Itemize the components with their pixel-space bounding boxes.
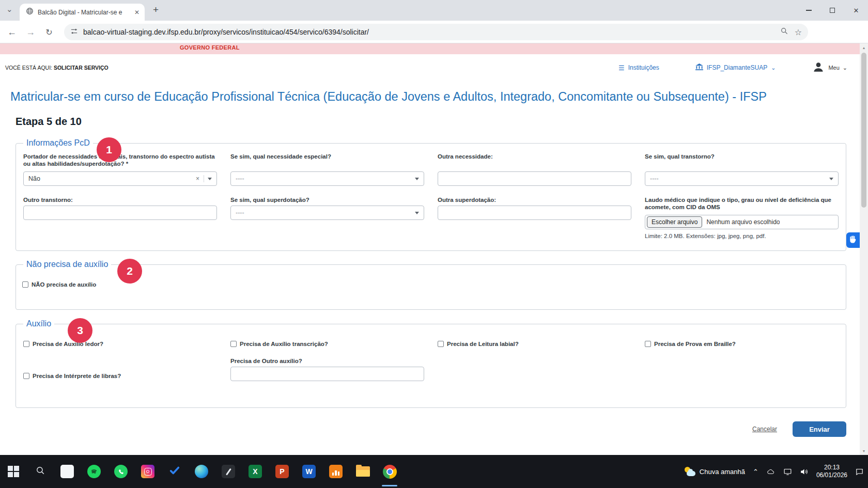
form-actions: Cancelar Enviar bbox=[752, 421, 846, 437]
taskbar-chrome-button[interactable] bbox=[376, 455, 403, 488]
window-maximize-button[interactable] bbox=[820, 0, 844, 21]
taskbar-instagram-button[interactable] bbox=[134, 455, 161, 488]
outro-auxilio-input[interactable] bbox=[230, 367, 424, 381]
checkbox-input[interactable] bbox=[23, 373, 29, 379]
field-label: Outro transtorno: bbox=[23, 196, 217, 203]
taskbar-check-app-button[interactable] bbox=[161, 455, 188, 488]
window-controls: ✕ bbox=[797, 0, 868, 21]
tab-search-chevron-icon[interactable]: ⌄ bbox=[6, 5, 13, 14]
outra-superdotacao-input[interactable] bbox=[438, 206, 631, 220]
choose-file-button[interactable]: Escolher arquivo bbox=[647, 216, 702, 228]
tray-cloud-icon[interactable] bbox=[766, 468, 776, 476]
browser-toolbar: ← → ↻ balcao-virtual-staging.dev.ifsp.ed… bbox=[0, 21, 868, 43]
annotation-badge-2: 2 bbox=[117, 259, 142, 284]
clock-time: 20:13 bbox=[816, 464, 847, 471]
taskbar-orange-app-button[interactable] bbox=[322, 455, 349, 488]
taskbar-tray: Chuva amanhã ⌃ 20:13 06/01/2026 bbox=[684, 455, 868, 488]
necessidade-select[interactable]: ---- bbox=[230, 171, 424, 186]
field-outro-transtorno: Outro transtorno: bbox=[23, 196, 217, 239]
back-button[interactable]: ← bbox=[4, 21, 20, 43]
scroll-down-arrow[interactable]: ▼ bbox=[860, 447, 868, 455]
taskbar-app-grid-button[interactable] bbox=[54, 455, 81, 488]
tab-close-icon[interactable]: ✕ bbox=[133, 9, 141, 16]
checkbox-label: Precisa de Leitura labial? bbox=[447, 341, 519, 347]
checkbox-input[interactable] bbox=[645, 341, 651, 347]
bookmark-star-icon[interactable]: ☆ bbox=[795, 27, 802, 37]
site-settings-icon[interactable] bbox=[70, 27, 78, 37]
nav-instituicoes[interactable]: ☰ Instituições bbox=[618, 64, 659, 72]
checkbox-input[interactable] bbox=[438, 341, 444, 347]
checkbox-label: Precisa de Prova em Braille? bbox=[654, 341, 736, 347]
laudo-file-input[interactable]: Escolher arquivo Nenhum arquivo escolhid… bbox=[645, 215, 839, 229]
section-auxilio: Auxílio 3 Precisa de Auxílio ledor? Prec… bbox=[16, 319, 846, 408]
new-tab-button[interactable]: + bbox=[153, 4, 159, 15]
taskbar-weather-button[interactable]: Chuva amanhã bbox=[684, 467, 745, 476]
action-center-icon[interactable] bbox=[855, 467, 864, 476]
page-scrollbar[interactable]: ▲ ▼ bbox=[860, 43, 868, 455]
forward-button[interactable]: → bbox=[23, 21, 38, 43]
field-label: Precisa de Outro auxílio? bbox=[230, 357, 424, 365]
nao-precisa-auxilio-checkbox[interactable]: NÃO precisa de auxílio bbox=[22, 281, 840, 288]
whatsapp-icon bbox=[114, 465, 128, 478]
taskbar-edge-button[interactable] bbox=[188, 455, 215, 488]
taskbar-word-button[interactable]: W bbox=[296, 455, 322, 488]
step-indicator: Etapa 5 de 10 bbox=[16, 116, 82, 128]
clear-selection-icon[interactable]: × bbox=[196, 175, 199, 182]
superdotacao-select[interactable]: ---- bbox=[230, 206, 424, 220]
outro-transtorno-input[interactable] bbox=[23, 206, 217, 220]
browser-tab[interactable]: Balcão Digital - Matricular-se e ✕ bbox=[20, 4, 145, 21]
leitura-labial-checkbox[interactable]: Precisa de Leitura labial? bbox=[438, 341, 631, 347]
reload-button[interactable]: ↻ bbox=[41, 21, 57, 43]
zoom-indicator-icon[interactable] bbox=[780, 27, 788, 37]
interprete-libras-checkbox[interactable]: Precisa de Intérprete de libras? bbox=[23, 371, 217, 381]
address-bar[interactable]: balcao-virtual-staging.dev.ifsp.edu.br/p… bbox=[64, 24, 808, 40]
windows-taskbar: X P W bbox=[0, 455, 868, 488]
superdotacao-value: ---- bbox=[236, 209, 415, 216]
field-label: Se sim, qual superdotação? bbox=[230, 196, 424, 203]
omnibox-actions: ☆ bbox=[780, 27, 802, 37]
select-divider bbox=[204, 175, 204, 182]
auxilio-ledor-checkbox[interactable]: Precisa de Auxílio ledor? bbox=[23, 341, 217, 347]
checkbox-input[interactable] bbox=[22, 281, 28, 288]
window-close-button[interactable]: ✕ bbox=[844, 0, 868, 21]
taskbar-powerpoint-button[interactable]: P bbox=[269, 455, 296, 488]
taskbar-excel-button[interactable]: X bbox=[242, 455, 269, 488]
field-transtorno: Se sim, qual transtorno? ---- bbox=[645, 153, 839, 186]
accessibility-widget-button[interactable] bbox=[846, 232, 860, 248]
tray-network-icon[interactable] bbox=[783, 467, 792, 476]
taskbar-apps: X P W bbox=[0, 455, 403, 488]
checkbox-input[interactable] bbox=[230, 341, 237, 347]
checkbox-input[interactable] bbox=[23, 341, 29, 347]
nav-account-label: IFSP_DiamanteSUAP bbox=[707, 64, 767, 71]
taskbar-dark-app-button[interactable] bbox=[215, 455, 242, 488]
taskbar-clock[interactable]: 20:13 06/01/2026 bbox=[816, 464, 847, 479]
field-label: Se sim, qual transtorno? bbox=[645, 153, 839, 169]
window-minimize-button[interactable] bbox=[797, 0, 820, 21]
submit-button[interactable]: Enviar bbox=[793, 421, 846, 437]
tray-volume-icon[interactable] bbox=[800, 467, 809, 476]
auxilio-transcricao-checkbox[interactable]: Precisa de Auxílio transcrição? bbox=[230, 341, 424, 347]
scroll-up-arrow[interactable]: ▲ bbox=[860, 43, 868, 52]
weather-text: Chuva amanhã bbox=[700, 468, 745, 476]
tray-chevron-up-icon[interactable]: ⌃ bbox=[753, 468, 758, 476]
taskbar-whatsapp-button[interactable] bbox=[107, 455, 134, 488]
dark-app-icon bbox=[222, 465, 235, 478]
taskbar-file-explorer-button[interactable] bbox=[349, 455, 376, 488]
taskbar-spotify-button[interactable] bbox=[81, 455, 107, 488]
scrollbar-thumb[interactable] bbox=[861, 53, 866, 208]
portador-select[interactable]: Não × bbox=[23, 171, 217, 186]
start-button[interactable] bbox=[0, 455, 27, 488]
url-text[interactable]: balcao-virtual-staging.dev.ifsp.edu.br/p… bbox=[83, 28, 775, 36]
transtorno-value: ---- bbox=[650, 175, 829, 182]
outra-necessidade-input[interactable] bbox=[438, 171, 631, 186]
cancel-link[interactable]: Cancelar bbox=[752, 426, 777, 433]
prova-braille-checkbox[interactable]: Precisa de Prova em Braille? bbox=[645, 341, 839, 347]
taskbar-search-button[interactable] bbox=[27, 455, 54, 488]
institution-bank-icon bbox=[695, 64, 703, 72]
transtorno-select[interactable]: ---- bbox=[645, 171, 839, 186]
nav-user-menu[interactable]: Meu ⌄ bbox=[812, 60, 847, 75]
portador-value: Não bbox=[28, 175, 196, 182]
folder-icon bbox=[356, 466, 370, 477]
nav-account-menu[interactable]: IFSP_DiamanteSUAP ⌄ bbox=[695, 64, 776, 72]
breadcrumb: VOCÊ ESTÁ AQUI: SOLICITAR SERVIÇO bbox=[5, 65, 109, 71]
